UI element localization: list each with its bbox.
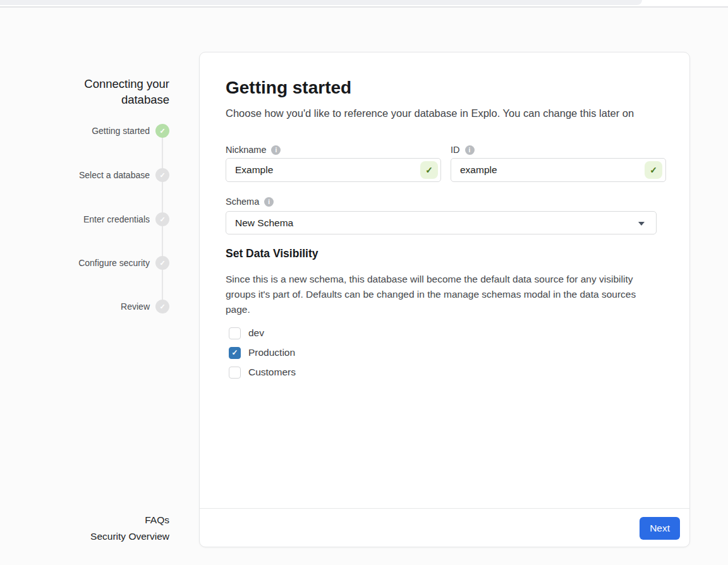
next-button[interactable]: Next bbox=[640, 517, 680, 540]
nickname-label: Nickname i bbox=[226, 145, 281, 155]
step-label: Review bbox=[121, 300, 150, 313]
chevron-down-icon bbox=[638, 222, 645, 226]
browser-chrome-remnant bbox=[0, 0, 642, 5]
step-select-database[interactable]: Select a database ✓ bbox=[0, 168, 169, 182]
security-overview-link[interactable]: Security Overview bbox=[19, 528, 169, 545]
schema-label-text: Schema bbox=[226, 197, 259, 207]
step-check-icon: ✓ bbox=[155, 212, 169, 226]
nickname-label-text: Nickname bbox=[226, 145, 266, 155]
step-label: Configure security bbox=[78, 256, 150, 270]
card-subtitle: Choose how you'd like to reference your … bbox=[226, 107, 634, 119]
step-label: Select a database bbox=[79, 168, 150, 182]
visibility-group-list: ✓ dev ✓ Production ✓ Customers bbox=[229, 326, 296, 379]
step-enter-credentials[interactable]: Enter credentials ✓ bbox=[0, 212, 169, 226]
step-getting-started[interactable]: Getting started ✓ bbox=[0, 124, 169, 138]
schema-selected-value: New Schema bbox=[235, 217, 293, 229]
step-check-icon: ✓ bbox=[155, 256, 169, 270]
production-checkbox[interactable]: ✓ bbox=[229, 347, 241, 359]
nickname-input[interactable] bbox=[226, 158, 441, 182]
nickname-valid-check-icon: ✓ bbox=[420, 161, 438, 179]
step-label: Getting started bbox=[92, 124, 150, 138]
id-label: ID i bbox=[451, 145, 475, 155]
page-top-divider bbox=[0, 6, 728, 8]
visibility-row-customers: ✓ Customers bbox=[229, 365, 296, 379]
step-review[interactable]: Review ✓ bbox=[0, 300, 169, 313]
faqs-link[interactable]: FAQs bbox=[19, 512, 169, 528]
schema-select[interactable]: New Schema bbox=[226, 211, 657, 234]
info-icon[interactable]: i bbox=[271, 145, 281, 155]
visibility-heading: Set Data Visibility bbox=[226, 247, 318, 260]
visibility-description: Since this is a new schema, this databas… bbox=[226, 272, 663, 317]
card-footer-divider bbox=[200, 508, 689, 509]
id-label-text: ID bbox=[451, 145, 460, 155]
visibility-row-dev: ✓ dev bbox=[229, 326, 296, 340]
wizard-title: Connecting your database bbox=[38, 76, 169, 107]
card-title: Getting started bbox=[226, 78, 351, 98]
schema-label: Schema i bbox=[226, 197, 274, 207]
customers-checkbox[interactable]: ✓ bbox=[229, 367, 241, 379]
id-input[interactable] bbox=[451, 158, 666, 182]
info-icon[interactable]: i bbox=[465, 145, 475, 155]
visibility-row-production: ✓ Production bbox=[229, 346, 296, 360]
checkbox-label: Production bbox=[248, 347, 295, 358]
checkbox-label: dev bbox=[248, 327, 264, 339]
id-valid-check-icon: ✓ bbox=[645, 161, 662, 179]
info-icon[interactable]: i bbox=[264, 197, 274, 207]
step-check-icon: ✓ bbox=[155, 124, 169, 138]
dev-checkbox[interactable]: ✓ bbox=[229, 327, 241, 339]
step-check-icon: ✓ bbox=[155, 168, 169, 182]
step-check-icon: ✓ bbox=[155, 300, 169, 313]
getting-started-card: Getting started Choose how you'd like to… bbox=[199, 52, 690, 547]
sidebar-footer-links: FAQs Security Overview bbox=[19, 512, 169, 545]
step-configure-security[interactable]: Configure security ✓ bbox=[0, 256, 169, 270]
step-label: Enter credentials bbox=[83, 212, 150, 226]
checkbox-label: Customers bbox=[248, 367, 296, 378]
